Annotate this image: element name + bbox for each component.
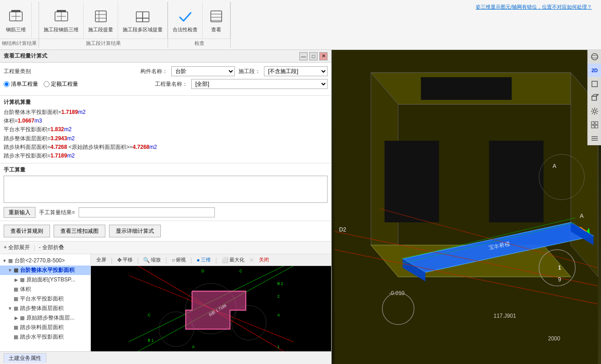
dialog-header: 查看工程量计算式 — □ ✕ [0, 50, 331, 63]
fullscreen-button[interactable]: 全屏 [94, 256, 108, 264]
tree-table-icon-taijie: ▦ [14, 267, 18, 273]
shigong-duoqu-label: 施工段多区域提量 [123, 26, 163, 33]
chakan-button[interactable]: 查看 [203, 2, 230, 39]
shigouduan-label: 施工段： [238, 68, 260, 75]
preview-canvas: D C B 2 A C B 1 A 1 2 台阶 1.7189 [91, 266, 331, 351]
shigouduan-select[interactable]: [不含施工段] [264, 66, 328, 76]
minimize-button[interactable]: — [299, 52, 308, 60]
svg-text:D: D [202, 269, 204, 273]
tree-item-tabu-mianji[interactable]: ▼ ▦ 踏步整体面层面积 [0, 304, 90, 313]
expand-all-button[interactable]: + 全部展开 [4, 244, 30, 251]
calc-text-2: 体积= [4, 118, 18, 124]
top-toolbar: 姿三维显示图元/轴网有错位，位置不对应如何处理？ 钢筋三维 钢结构计算结果 施工… [0, 0, 601, 50]
close-button[interactable]: ✕ [319, 52, 328, 60]
tree-item-yuanshi-tabu[interactable]: ▶ ▦ 原始踏步整体面层... [0, 313, 90, 323]
manual-result-input[interactable] [79, 207, 215, 217]
tujiao-tab[interactable]: 土建业务属性 [4, 353, 46, 363]
toolbar-group-items-jiaocha: 合法性检查 查看 [168, 2, 230, 39]
list-button[interactable] [588, 132, 601, 145]
tree-expand-yuanshi: ▶ [14, 277, 19, 282]
manual-calc-area: 手工算量 重新输入 手工算量结果= [0, 163, 331, 221]
tree-label-tiji: 体积 [20, 285, 31, 293]
bottom-buttons-area: 查看计算规则 查看三维扣减图 显示详细计算式 [0, 221, 331, 241]
calc-val-5b: 4.7268 [133, 144, 149, 150]
svg-text:C: C [148, 313, 150, 317]
toolbar-group-label-jiaocha: 检查 [168, 39, 230, 48]
tree-label-yuanshi-tabu: 原始踏步整体面层... [26, 314, 75, 322]
svg-text:A: A [278, 313, 280, 317]
svg-text:C: C [239, 269, 242, 273]
svg-text:2: 2 [278, 294, 280, 299]
view3d-button[interactable] [588, 91, 601, 104]
grid-button[interactable] [588, 118, 601, 132]
three-d-button[interactable]: ● 三维 [195, 256, 213, 264]
svg-rect-14 [136, 18, 143, 22]
calc-text-6: 踏步水平投影面积= [4, 152, 50, 159]
tree-item-root[interactable]: ▼ ▦ 台阶<2-2770,B-500> [0, 256, 90, 266]
tree-table-icon-shuiping: ▦ [14, 334, 18, 340]
tree-item-tabu-shuiping[interactable]: ▦ 踏步水平投影面积 [0, 332, 90, 342]
dialog-title: 查看工程量计算式 [4, 52, 47, 60]
shigong-gangjin-3d-button[interactable]: 施工段钢筋三维 [39, 2, 84, 39]
svg-text:1: 1 [278, 344, 280, 349]
gujian-label: 构件名称： [140, 68, 168, 75]
svg-rect-79 [591, 122, 594, 124]
view-3d-deduct-button[interactable]: 查看三维扣减图 [54, 225, 105, 237]
calc-line-3: 平台水平投影面积=1.832m2 [4, 125, 328, 134]
svg-point-22 [232, 305, 267, 340]
svg-rect-42 [385, 141, 439, 222]
orbit-button[interactable] [588, 50, 601, 64]
collapse-all-button[interactable]: - 全部折叠 [39, 244, 64, 251]
shigong-tijie-label: 施工段提量 [88, 26, 113, 33]
gongcheng-select[interactable]: [全部] [191, 79, 328, 89]
box-view-button[interactable] [588, 77, 601, 91]
maximize-button[interactable]: ⬜ 最大化 [220, 256, 246, 264]
tree-item-tiji[interactable]: ▦ 体积 [0, 285, 90, 294]
2d-button[interactable]: 2D [588, 64, 601, 77]
tree-item-tabu-kuailiao[interactable]: ▦ 踏步块料面层面积 [0, 323, 90, 332]
calc-val-6: 1.7189 [50, 152, 67, 159]
help-link[interactable]: 姿三维显示图元/轴网有错位，位置不对应如何处理？ [476, 4, 592, 10]
settings-button[interactable] [588, 104, 601, 118]
view-top-circle-icon: ○ [172, 257, 175, 263]
view-rule-button[interactable]: 查看计算规则 [4, 225, 50, 237]
manual-title: 手工算量 [4, 166, 328, 174]
gujian-select[interactable]: 台阶 [171, 66, 235, 76]
svg-rect-44 [421, 77, 512, 100]
shigong-duoqu-icon [134, 7, 152, 25]
chakan-icon [207, 7, 225, 25]
tree-table-icon-yuanshi: ▦ [20, 277, 25, 283]
calc-unit-5: m2 [149, 144, 157, 150]
svg-text:B 1: B 1 [148, 338, 154, 343]
show-detail-button[interactable]: 显示详细计算式 [109, 225, 161, 237]
bottom-strip: 土建业务属性 [0, 351, 331, 364]
tree-label-root: 台阶<2-2770,B-500> [15, 257, 65, 265]
tree-item-pingtai[interactable]: ▦ 平台水平投影面积 [0, 294, 90, 304]
hefaxing-check-button[interactable]: 合法性检查 [168, 2, 203, 39]
gangjin-3d-button[interactable]: 钢筋三维 [0, 2, 32, 39]
view-top-button[interactable]: ○ 俯视 [170, 256, 188, 264]
preview-close-button[interactable]: 关闭 [257, 256, 271, 264]
recalc-button[interactable]: 重新输入 [4, 207, 35, 218]
radio-qingdan[interactable]: 清单工程量 [4, 80, 38, 88]
tree-item-yuanshi-mianji[interactable]: ▶ ▦ 原始面积(YSTBSP... [0, 275, 90, 285]
pan-button[interactable]: ✥ 平移 [115, 256, 134, 264]
calc-text-4: 踏步整体面层面积= [4, 135, 50, 142]
zoom-button[interactable]: 🔍 缩放 [141, 256, 163, 264]
toolbar-group-label-gangjin: 钢结构计算结果 [0, 39, 39, 48]
calc-line-5: 踏步块料面层面积=4.7268 <原始踏步块料面层面积>=4.7268m2 [4, 143, 328, 152]
manual-textarea[interactable] [4, 176, 328, 203]
tree-item-taijie-mianji[interactable]: ▼ ▦ 台阶整体水平投影面积 [0, 266, 90, 275]
form-area: 工程量类别 构件名称： 台阶 施工段： [不含施工段] 清单工程量 [0, 63, 331, 96]
shigong-gangjin-3d-icon [52, 7, 70, 25]
radio-dinge[interactable]: 定额工程量 [44, 80, 78, 88]
shigong-tijie-button[interactable]: 施工段提量 [84, 2, 118, 39]
tree-expand-taijie: ▼ [7, 268, 13, 273]
shigong-duoqu-button[interactable]: 施工段多区域提量 [118, 2, 168, 39]
maximize-button[interactable]: □ [309, 52, 318, 60]
preview-area: 全屏 | ✥ 平移 | 🔍 缩放 | ○ [91, 254, 331, 351]
radio-dinge-label: 定额工程量 [51, 80, 78, 88]
tree-expand-tabu: ▼ [7, 306, 13, 311]
tree-label-taijie: 台阶整体水平投影面积 [20, 266, 75, 274]
preview-toolbar: 全屏 | ✥ 平移 | 🔍 缩放 | ○ [91, 254, 331, 266]
